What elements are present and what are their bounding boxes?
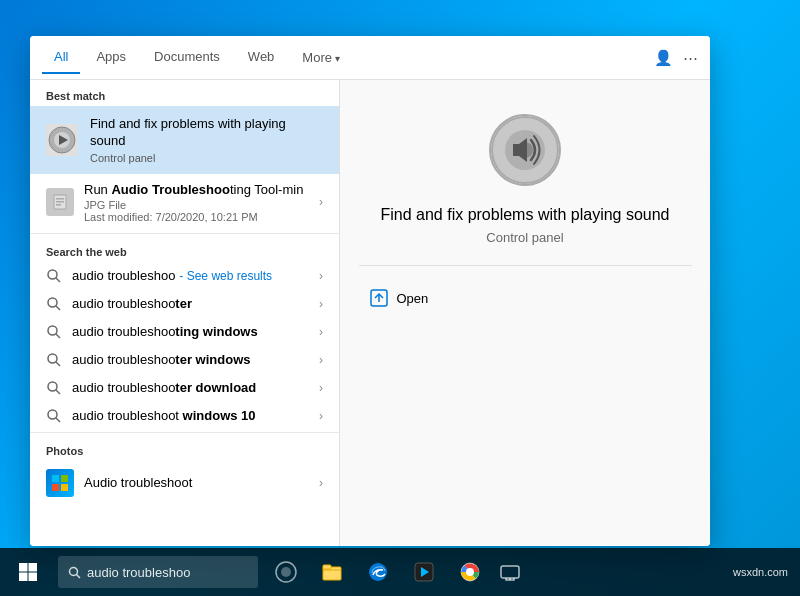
divider-1	[30, 233, 339, 234]
web-item-text-4: audio troubleshooter windows	[72, 352, 309, 367]
svg-rect-19	[52, 475, 59, 482]
detail-divider	[359, 265, 692, 266]
search-icon-1	[46, 268, 62, 284]
web-arrow-4: ›	[319, 353, 323, 367]
web-item-text-5: audio troubleshooter download	[72, 380, 309, 395]
web-item-1[interactable]: audio troubleshoo- See web results ›	[30, 262, 339, 290]
network-icon	[499, 561, 521, 583]
web-arrow-5: ›	[319, 381, 323, 395]
tabs-bar: All Apps Documents Web More 👤 ⋯	[30, 36, 710, 80]
taskbar-brand: wsxdn.com	[733, 566, 788, 578]
web-arrow-6: ›	[319, 409, 323, 423]
windows-logo-icon	[18, 562, 38, 582]
second-result-title: Run Audio Troubleshooting Tool-min	[84, 182, 309, 199]
svg-rect-44	[501, 566, 519, 578]
search-icon-3	[46, 324, 62, 340]
divider-2	[30, 432, 339, 433]
best-match-label: Best match	[30, 80, 339, 106]
open-action[interactable]: Open	[359, 282, 692, 314]
tab-more[interactable]: More	[290, 42, 352, 73]
user-icon[interactable]: 👤	[654, 49, 673, 67]
svg-line-12	[56, 334, 60, 338]
detail-icon-container	[485, 110, 565, 190]
tabs-icons: 👤 ⋯	[654, 49, 698, 67]
more-options-icon[interactable]: ⋯	[683, 49, 698, 67]
web-section-label: Search the web	[30, 236, 339, 262]
main-content: Best match Find and fix problems with pl…	[30, 80, 710, 546]
tab-web[interactable]: Web	[236, 41, 287, 74]
detail-audio-icon	[491, 116, 559, 184]
svg-point-11	[48, 326, 57, 335]
search-icon-2	[46, 296, 62, 312]
svg-rect-20	[61, 475, 68, 482]
tab-apps[interactable]: Apps	[84, 41, 138, 74]
svg-line-8	[56, 278, 60, 282]
svg-rect-4	[56, 198, 64, 200]
taskbar-search-text: audio troubleshoo	[87, 565, 190, 580]
web-item-3[interactable]: audio troubleshooting windows ›	[30, 318, 339, 346]
svg-rect-32	[29, 573, 38, 582]
cortana-icon	[275, 561, 297, 583]
taskbar-search-bar[interactable]: audio troubleshoo	[58, 556, 258, 588]
best-match-subtitle: Control panel	[90, 152, 323, 164]
chrome-button[interactable]	[448, 548, 492, 596]
audio-troubleshoot-icon	[48, 126, 76, 154]
svg-rect-30	[29, 563, 38, 572]
detail-icon	[489, 114, 561, 186]
desktop: All Apps Documents Web More 👤 ⋯ Best mat…	[0, 0, 800, 596]
best-match-item[interactable]: Find and fix problems with playing sound…	[30, 106, 339, 174]
photos-item[interactable]: Audio troubleshoot ›	[30, 461, 339, 505]
svg-rect-29	[19, 563, 28, 572]
web-arrow-3: ›	[319, 325, 323, 339]
result-arrow-icon: ›	[319, 195, 323, 209]
svg-point-43	[466, 568, 474, 576]
photos-app-icon	[51, 474, 69, 492]
right-panel: Find and fix problems with playing sound…	[340, 80, 710, 546]
web-item-2[interactable]: audio troubleshooter ›	[30, 290, 339, 318]
svg-rect-5	[56, 201, 64, 203]
file-explorer-button[interactable]	[310, 548, 354, 596]
second-result-modified: Last modified: 7/20/2020, 10:21 PM	[84, 211, 309, 223]
second-result-item[interactable]: Run Audio Troubleshooting Tool-min JPG F…	[30, 174, 339, 231]
svg-rect-38	[323, 565, 331, 569]
web-item-5[interactable]: audio troubleshooter download ›	[30, 374, 339, 402]
photos-section-label: Photos	[30, 435, 339, 461]
web-arrow-1: ›	[319, 269, 323, 283]
left-panel: Best match Find and fix problems with pl…	[30, 80, 340, 546]
tab-documents[interactable]: Documents	[142, 41, 232, 74]
tab-all[interactable]: All	[42, 41, 80, 74]
svg-line-14	[56, 362, 60, 366]
open-label: Open	[397, 291, 429, 306]
edge-icon	[367, 561, 389, 583]
open-icon	[369, 288, 389, 308]
start-button[interactable]	[4, 548, 52, 596]
taskbar-right: wsxdn.com	[733, 566, 796, 578]
svg-line-10	[56, 306, 60, 310]
search-icon-4	[46, 352, 62, 368]
photos-item-text: Audio troubleshoot	[84, 475, 309, 490]
network-button[interactable]	[494, 548, 526, 596]
media-player-button[interactable]	[402, 548, 446, 596]
chrome-icon	[459, 561, 481, 583]
web-arrow-2: ›	[319, 297, 323, 311]
web-item-6[interactable]: audio troubleshoot windows 10 ›	[30, 402, 339, 430]
search-icon-6	[46, 408, 62, 424]
best-match-title: Find and fix problems with playing sound	[90, 116, 323, 150]
photos-arrow: ›	[319, 476, 323, 490]
file-icon	[51, 193, 69, 211]
svg-point-13	[48, 354, 57, 363]
svg-line-16	[56, 390, 60, 394]
result-title-suffix: ting Tool-min	[230, 182, 303, 197]
cortana-button[interactable]	[264, 548, 308, 596]
svg-point-36	[281, 567, 291, 577]
media-player-icon	[413, 561, 435, 583]
svg-rect-6	[56, 204, 61, 206]
web-item-4[interactable]: audio troubleshooter windows ›	[30, 346, 339, 374]
second-result-text: Run Audio Troubleshooting Tool-min JPG F…	[84, 182, 309, 223]
svg-rect-22	[61, 484, 68, 491]
photos-icon	[46, 469, 74, 497]
second-result-filetype: JPG File	[84, 199, 309, 211]
edge-browser-button[interactable]	[356, 548, 400, 596]
taskbar-search-icon	[68, 566, 81, 579]
file-explorer-icon	[321, 561, 343, 583]
